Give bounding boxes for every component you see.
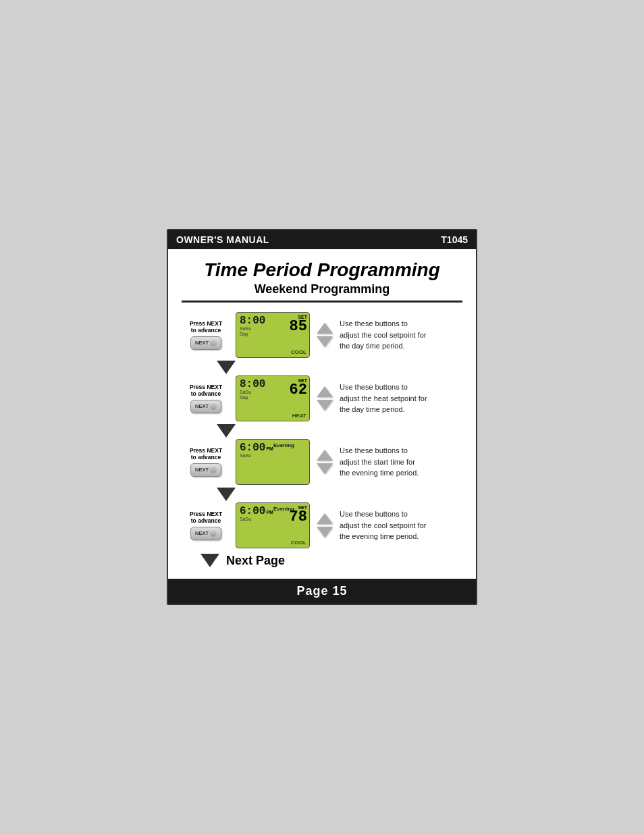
manual-code: T1045 xyxy=(441,234,468,245)
arrow-buttons-2 xyxy=(315,386,334,411)
arrow-buttons-3 xyxy=(315,450,334,474)
manual-footer: Page 15 xyxy=(168,579,476,604)
step-4-row: Press NEXT to advance NEXT 6:00PM SaSu E… xyxy=(182,502,462,548)
manual-body: Time Period Programming Weekend Programm… xyxy=(168,249,476,579)
arrow-up-1[interactable] xyxy=(317,323,333,334)
arrow-up-4[interactable] xyxy=(317,513,333,524)
arrow-buttons-1 xyxy=(315,323,334,347)
next-btn-circle-2 xyxy=(210,403,217,410)
thermo-time-3: 6:00 xyxy=(240,442,265,453)
manual-header: OWNER'S MANUAL T1045 xyxy=(168,230,476,249)
arrow-up-3[interactable] xyxy=(317,450,333,461)
thermo-set-4: SET 78 xyxy=(290,505,307,525)
step-1-desc: Use these buttons to adjust the cool set… xyxy=(340,318,462,352)
page-wrapper: OWNER'S MANUAL T1045 Time Period Program… xyxy=(0,0,644,834)
arrow-down-3[interactable] xyxy=(317,463,333,474)
step-3-press-label: Press NEXT to advance xyxy=(190,447,222,461)
thermo-period-3: Evening xyxy=(273,442,294,448)
big-arrow-2 xyxy=(217,424,236,438)
thermostat-screen-1: 8:00 SaSu Day SET 85 COOL xyxy=(236,312,310,358)
arrow-buttons-4 xyxy=(315,513,334,538)
thermo-pm-4: PM xyxy=(266,510,273,515)
page-subtitle: Weekend Programming xyxy=(182,282,462,296)
thermo-sub-3: SaSu xyxy=(240,453,306,459)
thermo-mode-2: HEAT xyxy=(292,413,306,419)
arrow-up-2[interactable] xyxy=(317,386,333,397)
step-2-row: Press NEXT to advance NEXT 8:00 SaSu Day… xyxy=(182,375,462,421)
thermostat-screen-3: 6:00PM SaSu Evening xyxy=(236,439,310,485)
step-3-desc: Use these buttons to adjust the start ti… xyxy=(340,445,462,479)
next-btn-circle-1 xyxy=(210,340,217,346)
next-btn-circle-3 xyxy=(210,467,217,473)
step-2-desc: Use these buttons to adjust the heat set… xyxy=(340,382,462,415)
next-button-2[interactable]: NEXT xyxy=(190,400,221,413)
step-4-desc: Use these buttons to adjust the cool set… xyxy=(340,509,462,542)
big-arrow-3 xyxy=(217,488,236,501)
step-1-left: Press NEXT to advance NEXT xyxy=(182,320,230,349)
footer-page-label: Page 15 xyxy=(296,584,347,598)
step-2-press-label: Press NEXT to advance xyxy=(190,384,222,397)
next-button-3[interactable]: NEXT xyxy=(190,463,221,477)
thermo-mode-4: COOL xyxy=(291,540,306,546)
step-1-row: Press NEXT to advance NEXT 8:00 SaSu Day… xyxy=(182,312,462,358)
thermostat-screen-2: 8:00 SaSu Day SET 62 HEAT xyxy=(236,375,310,421)
arrow-down-4[interactable] xyxy=(317,527,333,538)
thermo-set-1: SET 85 xyxy=(290,315,307,334)
next-page-arrow xyxy=(200,554,219,567)
manual-card: OWNER'S MANUAL T1045 Time Period Program… xyxy=(167,229,477,605)
flow-arrow-2 xyxy=(182,424,462,438)
flow-arrow-1 xyxy=(182,361,462,374)
step-4-left: Press NEXT to advance NEXT xyxy=(182,511,230,540)
divider xyxy=(182,301,462,303)
step-3-row: Press NEXT to advance NEXT 6:00PM SaSu E… xyxy=(182,439,462,485)
next-button-4[interactable]: NEXT xyxy=(190,527,221,540)
step-2-left: Press NEXT to advance NEXT xyxy=(182,384,230,413)
thermo-time-4: 6:00 xyxy=(240,506,265,517)
big-arrow-1 xyxy=(217,361,236,374)
page-title: Time Period Programming xyxy=(182,260,462,281)
thermostat-screen-4: 6:00PM SaSu Evening SET 78 COOL xyxy=(236,502,310,548)
next-btn-circle-4 xyxy=(210,530,217,537)
flow-arrow-3 xyxy=(182,488,462,501)
manual-title: OWNER'S MANUAL xyxy=(176,234,269,245)
next-button-1[interactable]: NEXT xyxy=(190,336,221,350)
thermo-set-2: SET 62 xyxy=(290,378,307,398)
arrow-down-1[interactable] xyxy=(317,336,333,347)
step-4-press-label: Press NEXT to advance xyxy=(190,511,222,524)
thermo-mode-1: COOL xyxy=(291,349,306,355)
arrow-down-2[interactable] xyxy=(317,400,333,411)
thermo-pm-3: PM xyxy=(266,446,273,451)
step-3-left: Press NEXT to advance NEXT xyxy=(182,447,230,476)
next-page-label: Next Page xyxy=(226,554,285,568)
step-1-press-label: Press NEXT to advance xyxy=(190,320,222,334)
